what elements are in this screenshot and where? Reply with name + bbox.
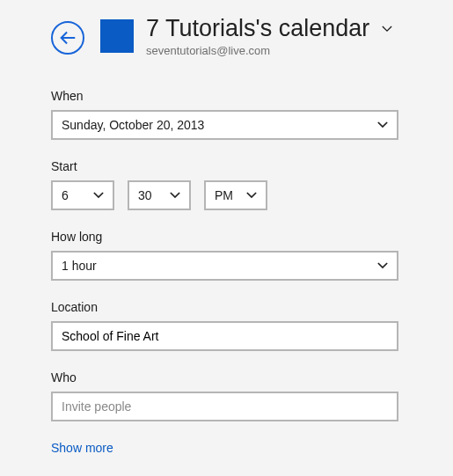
- start-period-value: PM: [215, 188, 233, 202]
- account-email: seventutorials@live.com: [146, 44, 392, 57]
- start-minute-value: 30: [138, 188, 152, 202]
- chevron-down-icon: [170, 192, 180, 199]
- chevron-down-icon: [246, 192, 257, 199]
- who-input-wrapper: [51, 392, 398, 421]
- location-input[interactable]: [62, 329, 388, 343]
- chevron-down-icon: [93, 192, 104, 199]
- start-minute-select[interactable]: 30: [128, 180, 191, 210]
- page-title: 7 Tutorials's calendar: [146, 16, 369, 42]
- when-label: When: [51, 89, 402, 103]
- howlong-label: How long: [51, 230, 402, 244]
- who-input[interactable]: [62, 399, 388, 414]
- start-hour-select[interactable]: 6: [51, 180, 114, 210]
- howlong-select[interactable]: 1 hour: [51, 251, 398, 281]
- calendar-color-block: [100, 19, 134, 53]
- show-more-link[interactable]: Show more: [51, 441, 402, 455]
- howlong-value: 1 hour: [62, 259, 97, 273]
- start-hour-value: 6: [62, 188, 69, 202]
- start-label: Start: [51, 159, 402, 173]
- arrow-left-icon: [58, 28, 77, 48]
- when-value: Sunday, October 20, 2013: [62, 118, 204, 132]
- chevron-down-icon: [382, 26, 392, 33]
- calendar-selector[interactable]: 7 Tutorials's calendar: [146, 16, 392, 42]
- start-period-select[interactable]: PM: [204, 180, 267, 210]
- when-select[interactable]: Sunday, October 20, 2013: [51, 110, 398, 140]
- who-label: Who: [51, 370, 402, 384]
- location-input-wrapper: [51, 321, 398, 351]
- chevron-down-icon: [377, 262, 388, 269]
- back-button[interactable]: [51, 21, 84, 55]
- chevron-down-icon: [377, 121, 388, 128]
- location-label: Location: [51, 300, 402, 314]
